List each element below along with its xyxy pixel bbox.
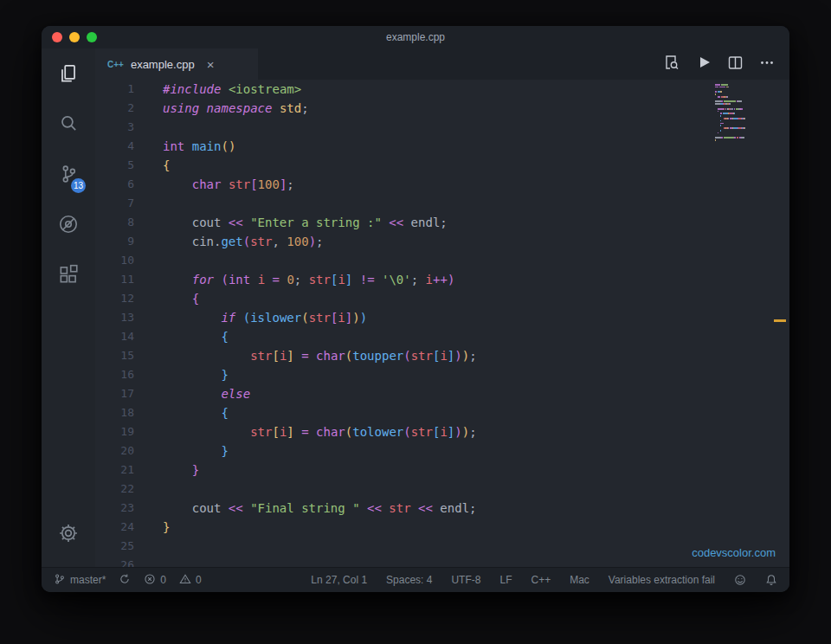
language-mode[interactable]: C++ [531, 574, 551, 586]
code-line[interactable]: 13 if (islower(str[i])) [95, 308, 789, 327]
code-line[interactable]: 25 [95, 537, 789, 556]
code-line[interactable]: 4int main() [95, 137, 789, 156]
git-branch-status[interactable]: master* [54, 573, 106, 588]
line-number[interactable]: 7 [95, 194, 163, 213]
code-line[interactable]: 12 { [95, 289, 789, 308]
overview-ruler-marker[interactable] [774, 319, 786, 322]
minimap-line [715, 130, 760, 132]
code-text: else [163, 384, 250, 403]
sync-button[interactable] [119, 573, 131, 588]
sidebar-item-source-control[interactable]: 13 [42, 151, 95, 201]
open-preview-icon[interactable] [662, 54, 680, 74]
code-line[interactable]: 24} [95, 518, 789, 537]
extension-status[interactable]: Variables extraction fail [609, 574, 715, 586]
tab-bar: C++ example.cpp × [95, 48, 789, 80]
more-actions-icon[interactable] [758, 54, 776, 74]
code-line[interactable]: 22 [95, 480, 789, 499]
line-number[interactable]: 18 [95, 403, 163, 422]
code-line[interactable]: 18 { [95, 403, 789, 422]
line-number[interactable]: 20 [95, 441, 163, 460]
code-line[interactable]: 19 str[i] = char(tolower(str[i])); [95, 422, 789, 441]
indentation-status[interactable]: Spaces: 4 [386, 574, 432, 586]
sidebar-item-search[interactable] [42, 100, 95, 151]
warnings-count: 0 [196, 574, 202, 586]
line-number[interactable]: 3 [95, 118, 163, 137]
code-line[interactable]: 1#include <iostream> [95, 80, 789, 99]
line-number[interactable]: 14 [95, 327, 163, 346]
code-line[interactable]: 16 } [95, 365, 789, 384]
close-window-button[interactable] [52, 32, 62, 42]
errors-status[interactable]: 0 [144, 573, 166, 588]
code-text: cout << "Enter a string :" << endl; [163, 213, 448, 232]
cursor-position[interactable]: Ln 27, Col 1 [311, 574, 367, 586]
line-number[interactable]: 22 [95, 480, 163, 499]
minimap-line [715, 89, 760, 91]
line-number[interactable]: 12 [95, 289, 163, 308]
line-number[interactable]: 23 [95, 499, 163, 518]
line-number[interactable]: 2 [95, 99, 163, 118]
editor[interactable]: 1#include <iostream>2using namespace std… [95, 80, 789, 567]
code-line[interactable]: 7 [95, 194, 789, 213]
line-number[interactable]: 6 [95, 175, 163, 194]
debug-disabled-icon [57, 213, 80, 239]
sync-icon [119, 573, 131, 588]
sidebar-item-explorer[interactable] [42, 50, 95, 100]
code-line[interactable]: 17 else [95, 384, 789, 403]
line-number[interactable]: 21 [95, 460, 163, 480]
code-text: char str[100]; [163, 175, 294, 194]
feedback-smiley-icon[interactable] [734, 574, 746, 586]
vscode-window: example.cpp [42, 26, 789, 592]
title-bar[interactable]: example.cpp [42, 26, 789, 48]
line-number[interactable]: 11 [95, 270, 163, 289]
code-line[interactable]: 20 } [95, 441, 789, 460]
minimap-line [715, 108, 760, 110]
status-right: Ln 27, Col 1 Spaces: 4 UTF-8 LF C++ Mac … [311, 574, 777, 586]
code-line[interactable]: 9 cin.get(str, 100); [95, 232, 789, 251]
line-number[interactable]: 9 [95, 232, 163, 251]
line-number[interactable]: 15 [95, 346, 163, 365]
line-number[interactable]: 25 [95, 537, 163, 556]
code-line[interactable]: 3 [95, 118, 789, 137]
code-line[interactable]: 15 str[i] = char(toupper(str[i])); [95, 346, 789, 365]
warnings-status[interactable]: 0 [179, 573, 202, 588]
close-tab-icon[interactable]: × [207, 57, 215, 72]
line-number[interactable]: 10 [95, 251, 163, 270]
code-line[interactable]: 26 [95, 556, 789, 567]
line-number[interactable]: 24 [95, 518, 163, 537]
sidebar-item-debug[interactable] [42, 201, 95, 251]
code-line[interactable]: 10 [95, 251, 789, 270]
zoom-window-button[interactable] [87, 32, 97, 42]
eol-status[interactable]: LF [499, 574, 512, 586]
code-line[interactable]: 2using namespace std; [95, 99, 789, 118]
status-bar: master* 0 [42, 567, 789, 592]
code-line[interactable]: 11 for (int i = 0; str[i] != '\0'; i++) [95, 270, 789, 289]
minimap[interactable] [715, 84, 760, 146]
run-icon[interactable] [694, 54, 712, 74]
line-number[interactable]: 19 [95, 422, 163, 441]
sidebar-item-extensions[interactable] [42, 251, 95, 301]
line-number[interactable]: 13 [95, 308, 163, 327]
code-line[interactable]: 23 cout << "Final string " << str << end… [95, 499, 789, 518]
line-number[interactable]: 16 [95, 365, 163, 384]
tab-example-cpp[interactable]: C++ example.cpp × [95, 48, 258, 80]
settings-button[interactable] [42, 515, 95, 555]
line-number[interactable]: 26 [95, 556, 163, 567]
code-line[interactable]: 14 { [95, 327, 789, 346]
line-number[interactable]: 17 [95, 384, 163, 403]
code-line[interactable]: 5{ [95, 156, 789, 175]
line-number[interactable]: 1 [95, 80, 163, 99]
notifications-bell-icon[interactable] [765, 574, 777, 586]
line-number[interactable]: 8 [95, 213, 163, 232]
keymap-status[interactable]: Mac [570, 574, 589, 586]
code-line[interactable]: 6 char str[100]; [95, 175, 789, 194]
line-number[interactable]: 5 [95, 156, 163, 175]
code-line[interactable]: 21 } [95, 460, 789, 480]
split-editor-icon[interactable] [726, 54, 744, 74]
encoding-status[interactable]: UTF-8 [451, 574, 480, 586]
code-line[interactable]: 8 cout << "Enter a string :" << endl; [95, 213, 789, 232]
minimap-line [715, 93, 760, 95]
minimap-line [715, 103, 760, 105]
minimap-line [715, 118, 760, 119]
line-number[interactable]: 4 [95, 137, 163, 156]
minimize-window-button[interactable] [69, 32, 80, 42]
